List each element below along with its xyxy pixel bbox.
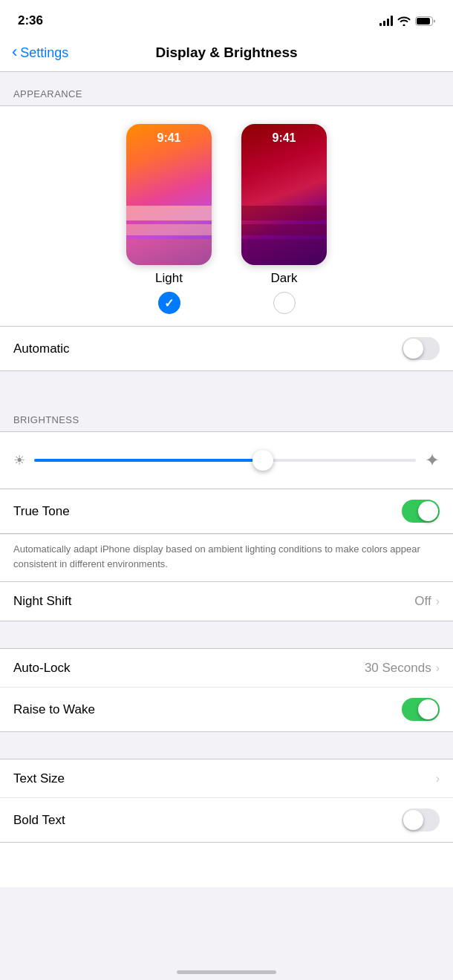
automatic-card: Automatic	[0, 326, 453, 371]
brightness-slider-thumb[interactable]	[252, 450, 273, 471]
automatic-toggle-thumb	[403, 339, 423, 359]
home-indicator-area	[0, 843, 453, 887]
night-shift-label: Night Shift	[13, 594, 71, 609]
automatic-row: Automatic	[0, 327, 453, 370]
night-shift-row[interactable]: Night Shift Off ›	[0, 582, 453, 621]
battery-icon	[415, 16, 435, 26]
svg-rect-6	[241, 224, 327, 235]
light-phone-time: 9:41	[126, 131, 212, 145]
brightness-section: ☀ ✦	[0, 431, 453, 489]
check-icon: ✓	[164, 296, 174, 310]
svg-rect-5	[241, 206, 327, 220]
true-tone-card: True Tone	[0, 489, 453, 534]
auto-lock-label: Auto-Lock	[13, 661, 71, 676]
signal-icon	[379, 16, 393, 26]
night-shift-card: Night Shift Off ›	[0, 582, 453, 621]
svg-rect-1	[417, 18, 430, 24]
appearance-section-header: APPEARANCE	[0, 72, 453, 105]
light-mode-label: Light	[155, 271, 183, 286]
svg-rect-7	[241, 239, 327, 265]
brightness-slider-fill	[34, 459, 263, 462]
appearance-options: 9:41 Light ✓ 9:41 D	[0, 124, 453, 314]
dark-mode-option[interactable]: 9:41 Dark	[241, 124, 327, 314]
brightness-slider-row: ☀ ✦	[13, 444, 440, 477]
brightness-low-icon: ☀	[13, 452, 25, 468]
text-size-label: Text Size	[13, 771, 65, 786]
back-chevron-icon: ‹	[12, 44, 17, 60]
dark-mode-radio[interactable]	[273, 292, 296, 314]
light-phone-mockup: 9:41	[126, 124, 212, 265]
light-screen-graphic	[126, 191, 212, 265]
bold-text-row: Bold Text	[0, 798, 453, 842]
true-tone-row: True Tone	[0, 489, 453, 533]
text-size-row[interactable]: Text Size ›	[0, 760, 453, 798]
true-tone-label: True Tone	[13, 504, 70, 519]
dark-phone-time: 9:41	[241, 131, 327, 145]
svg-rect-2	[126, 206, 212, 220]
dark-phone-mockup: 9:41	[241, 124, 327, 265]
raise-to-wake-toggle-thumb	[418, 699, 438, 719]
appearance-card: 9:41 Light ✓ 9:41 D	[0, 105, 453, 326]
night-shift-value: Off ›	[414, 594, 440, 609]
true-tone-description: Automatically adapt iPhone display based…	[0, 534, 453, 582]
dark-screen-graphic	[241, 191, 327, 265]
svg-rect-3	[126, 224, 212, 235]
automatic-label: Automatic	[13, 342, 70, 356]
home-indicator	[177, 970, 276, 974]
lock-card: Auto-Lock 30 Seconds › Raise to Wake	[0, 648, 453, 732]
back-label: Settings	[20, 45, 68, 61]
status-icons	[379, 16, 435, 26]
spacer-2	[0, 621, 453, 648]
spacer-1	[0, 371, 453, 398]
brightness-slider[interactable]	[34, 459, 416, 462]
svg-rect-4	[126, 239, 212, 265]
light-mode-radio[interactable]: ✓	[158, 292, 180, 314]
raise-to-wake-toggle[interactable]	[402, 698, 440, 721]
brightness-section-header: BRIGHTNESS	[0, 398, 453, 431]
auto-lock-value: 30 Seconds ›	[365, 661, 440, 676]
status-time: 2:36	[18, 13, 43, 28]
spacer-3	[0, 732, 453, 759]
text-card: Text Size › Bold Text	[0, 759, 453, 843]
true-tone-toggle-thumb	[418, 501, 438, 521]
true-tone-toggle[interactable]	[402, 500, 440, 523]
auto-lock-chevron-icon: ›	[436, 662, 440, 675]
auto-lock-row[interactable]: Auto-Lock 30 Seconds ›	[0, 649, 453, 687]
bold-text-toggle-thumb	[403, 810, 423, 830]
bold-text-label: Bold Text	[13, 813, 65, 828]
status-bar: 2:36	[0, 0, 453, 37]
text-size-value: ›	[436, 772, 440, 785]
dark-mode-label: Dark	[271, 271, 298, 286]
text-size-chevron-icon: ›	[436, 772, 440, 785]
back-button[interactable]: ‹ Settings	[12, 45, 68, 61]
nav-header: ‹ Settings Display & Brightness	[0, 37, 453, 72]
bold-text-toggle[interactable]	[402, 808, 440, 832]
automatic-toggle[interactable]	[402, 337, 440, 360]
raise-to-wake-row: Raise to Wake	[0, 687, 453, 731]
raise-to-wake-label: Raise to Wake	[13, 702, 95, 717]
light-mode-option[interactable]: 9:41 Light ✓	[126, 124, 212, 314]
brightness-high-icon: ✦	[425, 450, 440, 471]
page-title: Display & Brightness	[155, 45, 297, 61]
night-shift-chevron-icon: ›	[436, 595, 440, 608]
wifi-icon	[397, 16, 411, 26]
